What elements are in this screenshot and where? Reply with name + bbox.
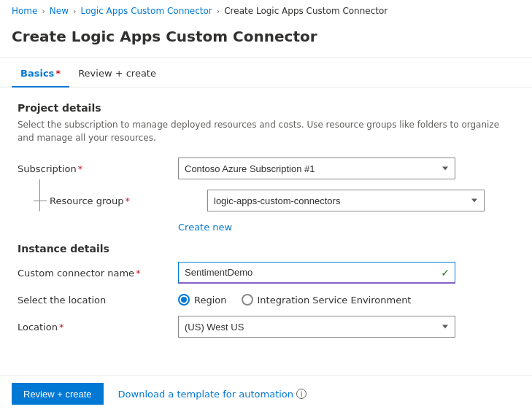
radio-region-inner bbox=[181, 297, 187, 303]
resource-group-label-wrap: Resource group* bbox=[47, 195, 207, 206]
automation-template-link[interactable]: Download a template for automation i bbox=[118, 389, 307, 400]
connector-name-input[interactable] bbox=[178, 262, 455, 284]
breadcrumb-connector[interactable]: Logic Apps Custom Connector bbox=[80, 6, 212, 16]
breadcrumb-current: Create Logic Apps Custom Connector bbox=[224, 6, 388, 16]
location-control: (US) West US bbox=[178, 316, 455, 338]
resource-group-row: Resource group* logic-apps-custom-connec… bbox=[18, 190, 514, 211]
footer: Review + create Download a template for … bbox=[0, 375, 532, 412]
tab-basics[interactable]: Basics* bbox=[12, 61, 69, 88]
resource-indent-line bbox=[34, 201, 47, 201]
resource-group-label: Resource group* bbox=[50, 195, 181, 206]
tab-bar: Basics* Review + create bbox=[0, 61, 532, 88]
location-select-wrapper: (US) West US bbox=[178, 316, 455, 338]
radio-region[interactable]: Region bbox=[178, 294, 227, 306]
radio-ise-label: Integration Service Environment bbox=[258, 295, 412, 306]
resource-group-select[interactable]: logic-apps-custom-connectors bbox=[207, 190, 485, 211]
breadcrumb-sep-2: › bbox=[73, 7, 76, 16]
location-type-label: Select the location bbox=[18, 295, 178, 306]
location-type-row: Select the location Region Integration S… bbox=[18, 294, 514, 306]
subscription-label: Subscription* bbox=[18, 163, 178, 174]
divider-top bbox=[0, 57, 532, 58]
breadcrumb: Home › New › Logic Apps Custom Connector… bbox=[0, 0, 532, 22]
basics-required-star: * bbox=[55, 68, 61, 79]
instance-details-title: Instance details bbox=[18, 243, 514, 254]
info-icon: i bbox=[296, 389, 307, 399]
location-label: Location* bbox=[18, 322, 178, 333]
subscription-select[interactable]: Contoso Azure Subscription #1 bbox=[178, 158, 455, 179]
location-type-control: Region Integration Service Environment bbox=[178, 294, 455, 306]
breadcrumb-home[interactable]: Home bbox=[12, 6, 37, 16]
breadcrumb-sep-1: › bbox=[42, 7, 45, 16]
page-title: Create Logic Apps Custom Connector bbox=[0, 22, 532, 57]
subscription-control: Contoso Azure Subscription #1 bbox=[178, 158, 455, 179]
radio-ise[interactable]: Integration Service Environment bbox=[242, 294, 412, 306]
tab-review-create[interactable]: Review + create bbox=[69, 61, 165, 88]
project-details-title: Project details bbox=[18, 102, 514, 114]
resource-group-control: logic-apps-custom-connectors bbox=[207, 190, 485, 211]
resource-group-select-wrapper: logic-apps-custom-connectors bbox=[207, 190, 485, 211]
subscription-row: Subscription* Contoso Azure Subscription… bbox=[18, 158, 514, 179]
breadcrumb-new[interactable]: New bbox=[50, 6, 69, 16]
breadcrumb-sep-3: › bbox=[217, 7, 220, 16]
subscription-select-wrapper: Contoso Azure Subscription #1 bbox=[178, 158, 455, 179]
radio-region-outer bbox=[178, 294, 190, 306]
radio-region-label: Region bbox=[194, 295, 227, 306]
location-select[interactable]: (US) West US bbox=[178, 316, 455, 338]
connector-name-control bbox=[178, 262, 455, 284]
connector-name-row: Custom connector name* bbox=[18, 262, 514, 284]
project-details-desc: Select the subscription to manage deploy… bbox=[18, 118, 514, 144]
review-create-button[interactable]: Review + create bbox=[12, 383, 104, 405]
create-new-link[interactable]: Create new bbox=[178, 222, 514, 233]
form-content: Project details Select the subscription … bbox=[0, 88, 532, 362]
connector-name-label: Custom connector name* bbox=[18, 268, 178, 279]
radio-ise-outer bbox=[242, 294, 253, 306]
location-row: Location* (US) West US bbox=[18, 316, 514, 338]
location-radio-group: Region Integration Service Environment bbox=[178, 294, 455, 306]
